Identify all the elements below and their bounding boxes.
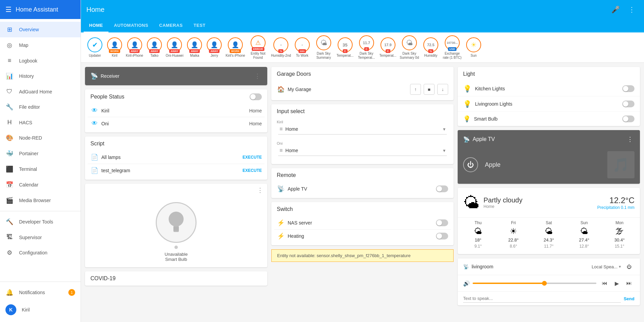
topbar-actions: 🎤 ⋮ bbox=[609, 3, 639, 16]
execute-button-alllamps[interactable]: EXECUTE bbox=[242, 155, 262, 160]
execute-button-telegram[interactable]: EXECUTE bbox=[242, 168, 262, 173]
sidebar-item-calendar[interactable]: 📅 Calendar bbox=[0, 177, 81, 193]
entity-chip-exchange-rate[interactable]: 10730... USD Exchange rate (1 BTC) bbox=[442, 35, 462, 60]
script-header: Script bbox=[85, 137, 267, 151]
apple-tv-power-button[interactable]: ⏻ bbox=[463, 157, 478, 172]
tab-cameras[interactable]: CAMERAS bbox=[154, 19, 188, 33]
entity-chip-temp-outside[interactable]: 17.9 C Temperat... bbox=[379, 37, 396, 58]
play-button[interactable]: ▶ bbox=[611, 278, 622, 289]
entity-chip-humidity[interactable]: 72.5 % Humidity bbox=[422, 37, 439, 58]
sidebar-item-user[interactable]: K Kiril bbox=[0, 300, 81, 319]
eye-icon-kiril: 👁 bbox=[90, 107, 99, 114]
entity-chip-entity-not-found[interactable]: ⚠ ERROR Entity Not Found bbox=[248, 35, 268, 60]
apple-tv-content-label: Apple bbox=[485, 161, 501, 168]
people-status-toggle[interactable] bbox=[250, 93, 262, 100]
svg-rect-1 bbox=[173, 226, 179, 232]
forecast-day-thu: Thu 🌤 18° 9.1° bbox=[460, 220, 496, 249]
sidebar-item-terminal[interactable]: ⬛ Terminal bbox=[0, 161, 81, 177]
entity-chip-temp-2nd[interactable]: 35 C Temperat... bbox=[337, 37, 354, 58]
entity-chip-kiril[interactable]: 👤 WORK Kiril bbox=[106, 37, 123, 58]
send-button[interactable]: Send bbox=[624, 296, 634, 301]
garage-stop-button[interactable]: ■ bbox=[424, 84, 435, 95]
sidebar-item-map[interactable]: ◎ Map bbox=[0, 37, 81, 53]
entity-chip-updater[interactable]: ✔ Updater bbox=[86, 37, 103, 58]
person-status-oni: Home bbox=[249, 121, 262, 126]
tab-test[interactable]: TEST bbox=[188, 19, 211, 33]
garage-header: Garage Doors bbox=[271, 67, 454, 81]
weather-location: Home bbox=[484, 204, 593, 209]
sidebar-item-developer-tools[interactable]: 🔨 Developer Tools bbox=[0, 214, 81, 230]
garage-up-button[interactable]: ↑ bbox=[410, 84, 421, 95]
weather-temp-section: 12.2°C Precipitation 0.1 mm bbox=[597, 196, 634, 210]
entity-chip-kirils-iphone[interactable]: 👤 WORK Kiril's iPhone bbox=[225, 37, 245, 58]
entity-badge-to-work: min bbox=[299, 49, 306, 53]
forecast-name-sun: Sun bbox=[580, 220, 588, 225]
garage-body: 🏠 My Garage ↑ ■ ↓ bbox=[271, 81, 454, 100]
sidebar-item-portainer[interactable]: 🐳 Portainer bbox=[0, 146, 81, 161]
smart-bulb-card: ⋮ Unavailable bbox=[85, 184, 267, 267]
mic-button[interactable]: 🎤 bbox=[609, 3, 622, 16]
more-button[interactable]: ⋮ bbox=[625, 3, 639, 16]
sidebar-item-logbook[interactable]: ≡ Logbook bbox=[0, 53, 81, 68]
entity-badge-humidity: % bbox=[428, 49, 433, 53]
sidebar-item-hacs[interactable]: H HACS bbox=[0, 115, 81, 130]
weather-card: 🌤 Partly cloudy Home 12.2°C Precipitatio… bbox=[458, 188, 640, 254]
terminal-icon: ⬛ bbox=[5, 165, 14, 173]
receiver-menu-button[interactable]: ⋮ bbox=[253, 71, 262, 81]
input-select-kiril-wrapper: ≡ Home ▾ bbox=[278, 125, 447, 135]
entity-chip-dark-sky-summary[interactable]: 🌤 Dark Sky Summary bbox=[313, 35, 334, 60]
sidebar-item-notifications[interactable]: 🔔 Notifications 1 bbox=[0, 285, 81, 300]
smart-bulb-menu-button[interactable]: ⋮ bbox=[256, 185, 265, 195]
people-status-body: 👁 Kiril Home 👁 Oni Home bbox=[85, 104, 267, 132]
light-toggle-smart-bulb[interactable] bbox=[622, 115, 634, 122]
switch-toggle-heating[interactable] bbox=[436, 233, 448, 239]
volume-slider[interactable] bbox=[473, 283, 596, 284]
forecast-low-sat: 11.7° bbox=[544, 244, 554, 249]
light-label-smart-bulb: Smart Bulb bbox=[474, 116, 619, 122]
entity-chip-tatko[interactable]: 👤 AWAY Tatko bbox=[146, 37, 163, 58]
entity-chip-oni-huawei[interactable]: 👤 AWAY Oni-Huawei bbox=[166, 37, 183, 58]
entity-circle-sun: ☀ bbox=[466, 37, 481, 52]
sidebar-item-history[interactable]: 📊 History bbox=[0, 68, 81, 84]
sidebar-item-adguard[interactable]: 🛡 AdGuard Home bbox=[0, 84, 81, 99]
garage-down-button[interactable]: ↓ bbox=[437, 84, 448, 95]
menu-icon[interactable]: ☰ bbox=[5, 5, 12, 14]
apple-tv-menu-button[interactable]: ⋮ bbox=[626, 134, 634, 144]
light-title: Light bbox=[463, 71, 475, 77]
switch-toggle-nas[interactable] bbox=[436, 219, 448, 226]
sidebar-item-media-browser[interactable]: 🎬 Media Browser bbox=[0, 193, 81, 208]
next-button[interactable]: ⏭ bbox=[624, 278, 634, 289]
sidebar-item-supervisor[interactable]: 🏗 Supervisor bbox=[0, 230, 81, 245]
remote-toggle-appletv[interactable] bbox=[436, 185, 448, 192]
person-icon: 👤 bbox=[210, 41, 218, 49]
media-browser-icon: 🎬 bbox=[5, 197, 14, 204]
light-toggle-livingroom[interactable] bbox=[622, 101, 634, 107]
prev-button[interactable]: ⏮ bbox=[599, 278, 610, 289]
sidebar-item-overview[interactable]: ⊞ Overview bbox=[0, 22, 81, 37]
entity-label-to-work: To Work bbox=[296, 54, 309, 58]
entity-chip-dark-sky-temp[interactable]: 11.7 C Dark Sky Temperat... bbox=[356, 35, 377, 60]
entity-chip-kiril-iphone[interactable]: 👤 AWAY Kiril-iPhone bbox=[126, 37, 143, 58]
light-toggle-kitchen[interactable] bbox=[622, 85, 634, 92]
sidebar-item-configuration[interactable]: ⚙ Configuration bbox=[0, 245, 81, 261]
forecast-name-thu: Thu bbox=[475, 220, 482, 225]
media-player-source-section: Local Spea... ▾ bbox=[592, 264, 621, 269]
entity-badge-kiril-iphone: AWAY bbox=[129, 49, 140, 53]
tts-input[interactable] bbox=[463, 294, 621, 303]
entity-badge-jerry: AWAY bbox=[209, 49, 220, 53]
entity-chip-jerry[interactable]: 👤 AWAY Jerry bbox=[206, 37, 223, 58]
media-power-button[interactable]: ⏻ bbox=[624, 261, 634, 272]
tab-home[interactable]: HOME bbox=[84, 19, 108, 33]
entity-chip-humidity-2nd[interactable]: - % Humidity-2nd bbox=[271, 37, 291, 58]
tab-automations[interactable]: AUTOMATIONS bbox=[108, 19, 154, 33]
sidebar-item-node-red[interactable]: 🎨 Node-RED bbox=[0, 130, 81, 146]
garage-title: Garage Doors bbox=[277, 71, 311, 77]
weather-info: Partly cloudy Home bbox=[484, 196, 593, 209]
entity-chip-to-work[interactable]: - min To Work bbox=[294, 37, 311, 58]
entity-chip-maika[interactable]: 👤 AWAY Maika bbox=[186, 37, 203, 58]
entity-chip-dark-sky-summary-0d[interactable]: 🌤 Dark Sky Summary 0d bbox=[399, 35, 420, 60]
sidebar-item-file-editor[interactable]: 🔧 File editor bbox=[0, 99, 81, 115]
volume-thumb bbox=[542, 281, 547, 286]
entity-chip-sun[interactable]: ☀ Sun bbox=[465, 37, 482, 58]
entity-label-entity-not-found: Entity Not Found bbox=[248, 52, 268, 60]
